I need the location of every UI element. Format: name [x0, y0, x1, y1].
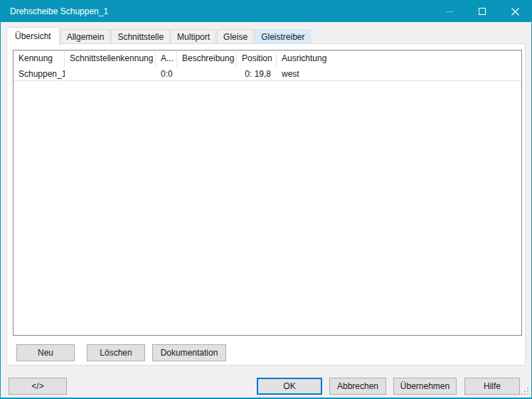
tab-allgemein[interactable]: Allgemein	[60, 29, 111, 44]
column-header-kennung[interactable]: Kennung	[14, 50, 65, 67]
column-header-adresse[interactable]: A...	[156, 50, 177, 67]
column-header-position[interactable]: Position	[237, 50, 277, 67]
minimize-button	[433, 1, 466, 22]
cell-kennung: Schuppen_1	[14, 67, 65, 80]
tab-gleistreiber[interactable]: Gleistreiber	[255, 29, 311, 44]
title-bar: Drehscheibe Schuppen_1	[1, 1, 531, 22]
apply-button[interactable]: Übernehmen	[393, 378, 457, 395]
tab-multiport[interactable]: Multiport	[171, 29, 216, 44]
cell-ausrichtung: west	[277, 67, 521, 80]
window-controls	[433, 1, 531, 22]
tab-uebersicht[interactable]: Übersicht	[6, 27, 60, 45]
window-title: Drehscheibe Schuppen_1	[1, 6, 108, 16]
maximize-button[interactable]	[466, 1, 499, 22]
help-button[interactable]: Hilfe	[464, 378, 520, 395]
tab-bar: Übersicht Allgemein Schnittstelle Multip…	[6, 26, 312, 44]
cell-schnittstellenkennung	[65, 67, 156, 80]
close-icon	[511, 8, 519, 16]
turntable-list[interactable]: Kennung Schnittstellenkennung A... Besch…	[13, 50, 522, 336]
list-header: Kennung Schnittstellenkennung A... Besch…	[14, 50, 521, 67]
cell-position: 0: 19,8	[237, 67, 277, 80]
dialog-window: Drehscheibe Schuppen_1 Übersicht Allgeme…	[0, 0, 532, 399]
cell-adresse: 0:0	[156, 67, 177, 80]
documentation-button[interactable]: Dokumentation	[152, 344, 226, 361]
tab-schnittstelle[interactable]: Schnittstelle	[111, 29, 170, 44]
cancel-button[interactable]: Abbrechen	[329, 378, 386, 395]
maximize-icon	[479, 8, 486, 15]
column-header-schnittstellenkennung[interactable]: Schnittstellenkennung	[65, 50, 156, 67]
new-button[interactable]: Neu	[16, 344, 75, 361]
close-button[interactable]	[499, 1, 531, 22]
delete-button[interactable]: Löschen	[87, 344, 145, 361]
ok-button[interactable]: OK	[257, 378, 322, 395]
column-header-beschreibung[interactable]: Beschreibung	[177, 50, 237, 67]
table-row[interactable]: Schuppen_1 0:0 0: 19,8 west	[14, 67, 521, 81]
code-view-button[interactable]: </>	[9, 378, 67, 395]
tab-page-uebersicht: Kennung Schnittstellenkennung A... Besch…	[6, 43, 526, 366]
resize-grip[interactable]	[521, 388, 529, 395]
minimize-icon	[446, 11, 453, 12]
column-header-ausrichtung[interactable]: Ausrichtung	[277, 50, 521, 67]
cell-beschreibung	[177, 67, 237, 80]
tab-gleise[interactable]: Gleise	[217, 29, 254, 44]
dialog-body: Übersicht Allgemein Schnittstelle Multip…	[1, 22, 531, 398]
